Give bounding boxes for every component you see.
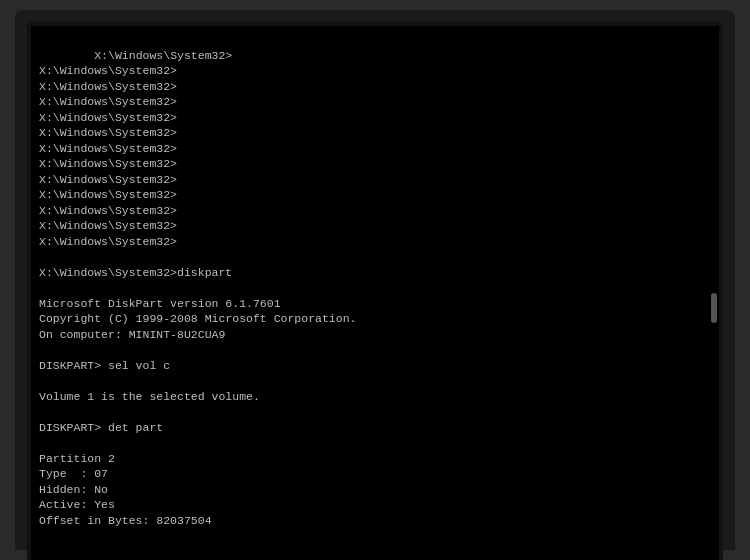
det-part-cmd: DISKPART> det part: [39, 421, 163, 434]
terminal-screen: X:\Windows\System32> X:\Windows\System32…: [31, 26, 719, 560]
sel-vol-cmd: DISKPART> sel vol c: [39, 359, 170, 372]
copyright-line: Copyright (C) 1999-2008 Microsoft Corpor…: [39, 312, 356, 325]
partition-info: Partition 2 Type : 07 Hidden: No Active:…: [39, 452, 212, 527]
diskpart-info: Microsoft DiskPart version 6.1.7601 Copy…: [39, 280, 711, 559]
scrollbar[interactable]: [711, 293, 717, 323]
sel-vol-result: Volume 1 is the selected volume.: [39, 390, 260, 403]
screen-bezel: X:\Windows\System32> X:\Windows\System32…: [27, 22, 723, 560]
diskpart-cmd-line: X:\Windows\System32>diskpart: [39, 266, 232, 279]
diskpart-invocation: X:\Windows\System32>diskpart: [39, 265, 711, 281]
version-line: Microsoft DiskPart version 6.1.7601: [39, 297, 281, 310]
path-lines: X:\Windows\System32> X:\Windows\System32…: [39, 49, 232, 248]
terminal-content: X:\Windows\System32> X:\Windows\System32…: [39, 32, 711, 265]
laptop-frame: X:\Windows\System32> X:\Windows\System32…: [15, 10, 735, 550]
computer-line: On computer: MININT-8U2CUA9: [39, 328, 225, 341]
